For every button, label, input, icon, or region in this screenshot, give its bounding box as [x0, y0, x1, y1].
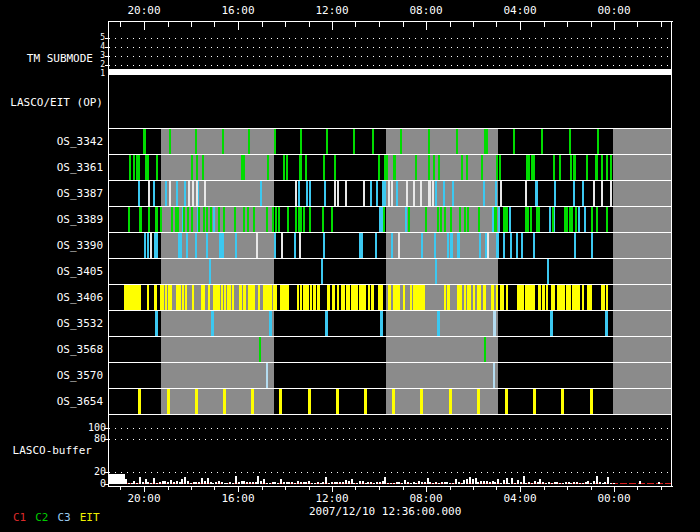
event-tick-cyan: [382, 181, 384, 206]
event-tick-yellow: [192, 285, 194, 310]
bottom-minor-tick: [544, 487, 545, 490]
event-tick-green: [278, 207, 280, 232]
event-tick-cyan: [138, 181, 140, 206]
event-tick-green: [148, 207, 150, 232]
buffer-signal-bar: [525, 483, 527, 484]
event-tick-yellow: [195, 389, 198, 414]
buffer-signal-bar: [545, 483, 547, 484]
tm-gridline: [109, 56, 671, 57]
event-tick-cyan: [457, 233, 459, 258]
event-tick-green: [437, 207, 439, 232]
event-tick-white: [196, 181, 198, 206]
buffer-gridline: [109, 439, 671, 440]
buffer-signal-bar: [579, 483, 581, 484]
tm-ytick-label: 1: [95, 70, 105, 78]
event-tick-green: [195, 129, 197, 154]
event-tick-green: [538, 207, 540, 232]
event-tick-yellow: [414, 285, 416, 310]
buffer-signal-bar: [590, 483, 592, 484]
event-tick-yellow: [318, 285, 320, 310]
top-minor-tick: [661, 22, 662, 27]
buffer-signal-bar: [556, 482, 558, 484]
event-tick-yellow: [275, 285, 277, 310]
event-tick-white: [420, 181, 422, 206]
event-tick-cyan: [165, 181, 167, 206]
top-minor-tick: [262, 22, 263, 27]
event-tick-yellow: [469, 285, 471, 310]
event-tick-yellow: [506, 285, 508, 310]
event-tick-green: [140, 207, 142, 232]
buffer-signal-bar: [173, 482, 175, 484]
event-tick-cyan: [591, 233, 593, 258]
buffer-signal-bar: [142, 482, 144, 484]
buffer-signal-bar: [348, 481, 350, 484]
event-tick-yellow: [307, 285, 309, 310]
event-tick-yellow: [280, 285, 282, 310]
top-minor-tick: [168, 22, 169, 27]
event-tick-green: [286, 155, 288, 180]
event-tick-green: [187, 207, 189, 232]
event-tick-green: [267, 155, 269, 180]
event-tick-yellow: [491, 285, 493, 310]
event-tick-yellow: [362, 285, 364, 310]
event-tick-cyan: [584, 207, 586, 232]
event-tick-white: [388, 181, 390, 206]
buffer-signal-bar: [514, 483, 516, 484]
event-tick-cyan: [435, 259, 437, 284]
event-tick-yellow: [250, 285, 252, 310]
tm-gridline: [109, 65, 671, 66]
buffer-signal-bar: [551, 483, 553, 484]
occultation-band: [613, 128, 672, 414]
buffer-signal-bar: [207, 478, 209, 484]
top-time-label: 04:00: [503, 4, 537, 17]
buffer-signal-bar: [562, 483, 564, 484]
event-tick-green: [202, 155, 204, 180]
event-tick-cyan: [306, 181, 308, 206]
buffer-signal-bar: [277, 483, 279, 484]
event-tick-green: [464, 207, 466, 232]
event-tick-yellow: [533, 389, 536, 414]
event-tick-green: [384, 155, 386, 180]
event-tick-green: [450, 207, 452, 232]
event-tick-cyan: [452, 181, 454, 206]
buffer-signal-bar: [435, 482, 437, 484]
bottom-minor-tick: [591, 487, 592, 490]
event-tick-green: [334, 155, 336, 180]
buffer-signal-bar: [283, 482, 285, 484]
event-tick-green: [610, 155, 612, 180]
event-tick-white: [593, 181, 595, 206]
event-tick-green: [266, 207, 268, 232]
row-label: OS_3342: [0, 135, 103, 148]
buffer-signal-bar: [534, 481, 536, 484]
event-tick-cyan: [405, 207, 407, 232]
row-label: OS_3387: [0, 187, 103, 200]
event-tick-cyan: [269, 311, 272, 336]
buffer-signal-bar: [198, 482, 200, 484]
buffer-signal-bar: [190, 483, 192, 484]
event-tick-cyan: [184, 181, 186, 206]
buffer-signal-bar: [593, 481, 595, 484]
top-minor-tick: [355, 22, 356, 27]
buffer-signal-bar: [520, 482, 522, 484]
buffer-signal-bar: [429, 482, 431, 484]
buffer-signal-bar: [164, 481, 166, 484]
event-tick-cyan: [323, 233, 325, 258]
buffer-signal-bar: [356, 483, 358, 484]
event-tick-green: [438, 155, 440, 180]
event-tick-yellow: [392, 389, 395, 414]
bottom-minor-tick: [309, 487, 310, 490]
buffer-signal-bar: [582, 483, 584, 484]
buffer-signal-bar: [421, 482, 423, 484]
event-tick-white: [413, 181, 415, 206]
buffer-signal-bar: [607, 477, 609, 484]
event-tick-cyan: [384, 181, 386, 206]
event-tick-yellow: [460, 285, 462, 310]
event-tick-green: [505, 207, 507, 232]
buffer-signal-bar: [570, 483, 572, 484]
event-tick-green: [461, 155, 463, 180]
event-tick-cyan: [483, 181, 485, 206]
buffer-signal-bar: [260, 481, 262, 484]
tm-ytick-label: 4: [95, 43, 105, 51]
buffer-signal-bar: [238, 482, 240, 484]
event-tick-yellow: [417, 285, 419, 310]
